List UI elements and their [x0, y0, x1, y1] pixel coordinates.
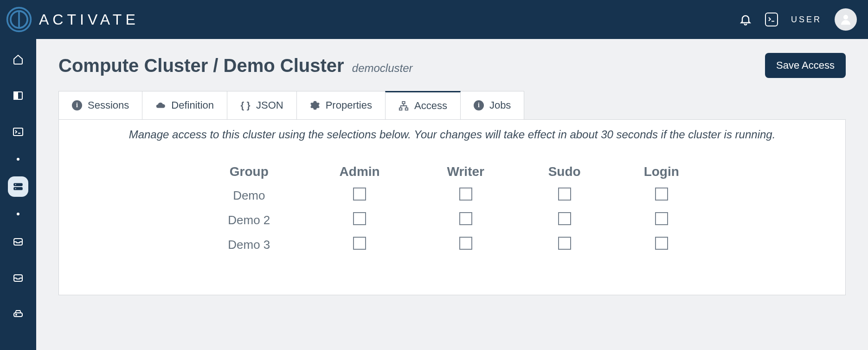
logo-mark-icon: [6, 6, 32, 33]
col-admin: Admin: [306, 161, 414, 183]
tab-label: Access: [414, 100, 447, 112]
checkbox-writer[interactable]: [459, 188, 472, 201]
content: Compute Cluster / Demo Cluster democlust…: [36, 39, 868, 350]
group-name: Demo 3: [193, 233, 305, 257]
sidebar-panel-icon[interactable]: [8, 85, 28, 106]
sidebar: [0, 39, 36, 350]
brand-text: ACTIVATE: [39, 11, 139, 28]
save-access-button[interactable]: Save Access: [765, 53, 846, 78]
tab-access[interactable]: Access: [385, 91, 461, 119]
checkbox-sudo[interactable]: [558, 188, 571, 201]
sidebar-drive-icon[interactable]: [8, 304, 28, 324]
access-table: Group Admin Writer Sudo Login DemoDemo 2…: [193, 160, 712, 258]
checkbox-admin[interactable]: [353, 237, 366, 250]
tab-sessions[interactable]: i Sessions: [58, 91, 142, 119]
notifications-icon[interactable]: [739, 13, 752, 26]
table-row: Demo: [193, 184, 711, 207]
info-icon: i: [72, 100, 82, 110]
tab-json[interactable]: { } JSON: [227, 91, 297, 119]
checkbox-sudo[interactable]: [558, 212, 571, 225]
cluster-id: democluster: [352, 62, 413, 74]
checkbox-writer[interactable]: [459, 237, 472, 250]
sidebar-terminal-icon[interactable]: [8, 122, 28, 142]
terminal-icon[interactable]: [765, 13, 778, 26]
checkbox-admin[interactable]: [353, 212, 366, 225]
svg-point-2: [843, 15, 848, 19]
group-name: Demo: [193, 184, 305, 207]
braces-icon: { }: [240, 100, 251, 110]
tab-label: Sessions: [88, 99, 129, 111]
svg-rect-6: [13, 183, 23, 186]
svg-rect-16: [405, 108, 408, 110]
tab-jobs[interactable]: i Jobs: [460, 91, 524, 119]
checkbox-login[interactable]: [655, 237, 668, 250]
col-sudo: Sudo: [518, 161, 611, 183]
col-writer: Writer: [415, 161, 517, 183]
svg-rect-5: [13, 128, 23, 136]
table-row: Demo 2: [193, 208, 711, 232]
tab-label: JSON: [256, 99, 283, 111]
sidebar-home-icon[interactable]: [8, 49, 28, 70]
svg-rect-4: [14, 92, 18, 99]
gear-icon: [310, 100, 320, 110]
cluster-name: Demo Cluster: [224, 55, 344, 76]
svg-point-9: [15, 188, 16, 189]
checkbox-login[interactable]: [655, 212, 668, 225]
network-icon: [399, 101, 409, 111]
svg-rect-7: [13, 187, 23, 190]
info-icon: i: [474, 100, 484, 110]
title-prefix: Compute Cluster /: [58, 55, 224, 76]
logo[interactable]: ACTIVATE: [6, 6, 139, 33]
sidebar-separator: [17, 213, 19, 215]
help-text: Manage access to this cluster using the …: [81, 128, 823, 141]
tabs: i Sessions Definition { } JSON Propertie…: [58, 91, 846, 120]
svg-rect-15: [399, 108, 402, 110]
cloud-icon: [155, 100, 166, 110]
table-row: Demo 3: [193, 233, 711, 257]
checkbox-login[interactable]: [655, 188, 668, 201]
topbar: ACTIVATE USER: [0, 0, 868, 39]
avatar[interactable]: [835, 8, 857, 31]
checkbox-sudo[interactable]: [558, 237, 571, 250]
user-label: USER: [791, 15, 822, 25]
checkbox-writer[interactable]: [459, 212, 472, 225]
page-title: Compute Cluster / Demo Cluster democlust…: [58, 55, 413, 76]
checkbox-admin[interactable]: [353, 188, 366, 201]
svg-point-8: [15, 184, 16, 185]
sidebar-inbox-icon[interactable]: [8, 231, 28, 252]
tab-label: Jobs: [489, 99, 511, 111]
group-name: Demo 2: [193, 208, 305, 232]
svg-point-13: [16, 314, 17, 315]
svg-rect-14: [402, 102, 405, 104]
col-login: Login: [612, 161, 711, 183]
tab-definition[interactable]: Definition: [142, 91, 227, 119]
tab-properties[interactable]: Properties: [296, 91, 386, 119]
col-group: Group: [193, 161, 305, 183]
tab-label: Definition: [171, 99, 214, 111]
access-panel: Manage access to this cluster using the …: [58, 120, 846, 295]
sidebar-separator: [17, 158, 19, 161]
svg-rect-12: [14, 313, 22, 317]
tab-label: Properties: [326, 99, 372, 111]
sidebar-server-icon[interactable]: [8, 176, 28, 197]
sidebar-inbox2-icon[interactable]: [8, 267, 28, 288]
